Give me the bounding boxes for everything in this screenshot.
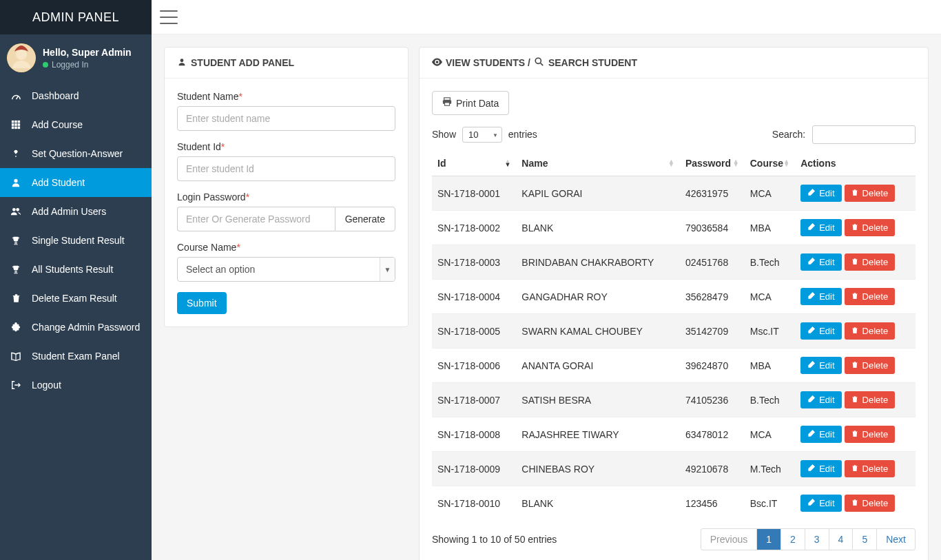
trash-icon bbox=[851, 464, 858, 474]
avatar bbox=[7, 43, 36, 72]
student-id-input[interactable] bbox=[177, 156, 395, 181]
page-2[interactable]: 2 bbox=[781, 529, 805, 550]
cell-id: SN-1718-0001 bbox=[432, 176, 516, 211]
edit-button[interactable]: Edit bbox=[800, 460, 841, 477]
pencil-icon bbox=[807, 395, 815, 405]
topbar bbox=[152, 0, 941, 34]
edit-button[interactable]: Edit bbox=[800, 253, 841, 271]
view-panel-header: VIEW STUDENTS / SEARCH STUDENT bbox=[420, 48, 928, 79]
svg-rect-4 bbox=[14, 121, 17, 123]
edit-button[interactable]: Edit bbox=[800, 185, 841, 202]
cell-name: KAPIL GORAI bbox=[516, 176, 680, 211]
page-5[interactable]: 5 bbox=[853, 529, 876, 550]
delete-button[interactable]: Delete bbox=[845, 357, 896, 374]
login-password-input[interactable] bbox=[177, 207, 335, 231]
delete-button[interactable]: Delete bbox=[845, 219, 896, 236]
sidebar-item-add-admin-users[interactable]: Add Admin Users bbox=[0, 197, 152, 226]
edit-button[interactable]: Edit bbox=[800, 495, 841, 512]
edit-button[interactable]: Edit bbox=[800, 426, 841, 443]
cell-password: 79036584 bbox=[680, 211, 745, 245]
edit-button[interactable]: Edit bbox=[800, 357, 841, 374]
delete-button[interactable]: Delete bbox=[845, 253, 896, 271]
users-icon bbox=[10, 207, 21, 216]
student-name-label: Student Name* bbox=[177, 91, 395, 102]
delete-button[interactable]: Delete bbox=[845, 495, 896, 512]
delete-button[interactable]: Delete bbox=[845, 460, 896, 477]
svg-rect-9 bbox=[12, 127, 14, 129]
student-name-input[interactable] bbox=[177, 106, 395, 131]
delete-button[interactable]: Delete bbox=[845, 426, 896, 443]
generate-button[interactable]: Generate bbox=[335, 207, 395, 231]
svg-rect-7 bbox=[14, 123, 17, 126]
page-1[interactable]: 1 bbox=[757, 529, 780, 550]
svg-rect-6 bbox=[12, 123, 14, 126]
cell-course: MCA bbox=[745, 417, 795, 452]
svg-point-13 bbox=[14, 179, 17, 183]
delete-button[interactable]: Delete bbox=[845, 391, 896, 408]
edit-button[interactable]: Edit bbox=[800, 322, 841, 340]
page-next[interactable]: Next bbox=[877, 529, 915, 550]
col-id[interactable]: Id▲▼ bbox=[432, 151, 516, 176]
cell-password: 63478012 bbox=[680, 417, 745, 452]
sidebar-item-dashboard[interactable]: Dashboard bbox=[0, 81, 152, 110]
show-label: Show bbox=[432, 129, 456, 140]
sidebar-item-logout[interactable]: Logout bbox=[0, 371, 152, 400]
sidebar-item-label: Logout bbox=[32, 380, 61, 391]
trash-icon bbox=[851, 395, 858, 405]
user-block: Hello, Super Admin Logged In bbox=[0, 34, 152, 81]
page-4[interactable]: 4 bbox=[829, 529, 853, 550]
cell-id: SN-1718-0007 bbox=[432, 383, 516, 417]
search-input[interactable] bbox=[812, 125, 916, 144]
edit-button[interactable]: Edit bbox=[800, 391, 841, 408]
cell-id: SN-1718-0008 bbox=[432, 417, 516, 452]
sidebar-item-change-admin-password[interactable]: Change Admin Password bbox=[0, 313, 152, 342]
submit-button[interactable]: Submit bbox=[177, 292, 227, 314]
delete-button[interactable]: Delete bbox=[845, 322, 896, 340]
col-course[interactable]: Course▲▼ bbox=[745, 151, 795, 176]
sidebar-item-label: Add Admin Users bbox=[32, 206, 106, 217]
edit-button[interactable]: Edit bbox=[800, 219, 841, 236]
page-3[interactable]: 3 bbox=[805, 529, 829, 550]
user-greeting: Hello, Super Admin bbox=[43, 47, 132, 58]
entries-select[interactable]: 10 bbox=[462, 127, 502, 143]
sidebar-item-student-exam-panel[interactable]: Student Exam Panel bbox=[0, 342, 152, 371]
trash-icon bbox=[851, 498, 858, 508]
delete-button[interactable]: Delete bbox=[845, 185, 896, 202]
sidebar-item-label: Change Admin Password bbox=[32, 322, 140, 333]
sidebar-item-delete-exam-result[interactable]: Delete Exam Result bbox=[0, 284, 152, 313]
sidebar-item-add-student[interactable]: Add Student bbox=[0, 168, 152, 197]
sidebar-item-add-course[interactable]: Add Course bbox=[0, 110, 152, 139]
book-icon bbox=[10, 352, 21, 361]
print-label: Print Data bbox=[456, 98, 499, 109]
trophy-icon bbox=[10, 236, 21, 245]
table-row: SN-1718-0003BRINDABAN CHAKRABORTY0245176… bbox=[432, 245, 916, 280]
pencil-icon bbox=[807, 222, 815, 233]
nav-list: DashboardAdd CourseSet Question-AnswerAd… bbox=[0, 81, 152, 400]
pencil-icon bbox=[807, 429, 815, 439]
entries-label: entries bbox=[508, 129, 537, 140]
trophy-icon bbox=[10, 265, 21, 274]
col-password[interactable]: Password▲▼ bbox=[680, 151, 745, 176]
svg-rect-11 bbox=[18, 127, 21, 129]
svg-point-17 bbox=[180, 59, 184, 62]
cell-password: 123456 bbox=[680, 486, 745, 521]
page-prev[interactable]: Previous bbox=[701, 529, 756, 550]
cell-id: SN-1718-0002 bbox=[432, 211, 516, 245]
sidebar-item-single-student-result[interactable]: Single Student Result bbox=[0, 226, 152, 255]
print-button[interactable]: Print Data bbox=[432, 91, 509, 115]
course-select[interactable]: Select an option bbox=[177, 257, 395, 282]
svg-rect-23 bbox=[445, 103, 450, 105]
svg-point-19 bbox=[536, 58, 541, 63]
svg-line-2 bbox=[16, 96, 18, 99]
trash-icon bbox=[851, 291, 858, 302]
trash-icon bbox=[851, 326, 858, 336]
edit-button[interactable]: Edit bbox=[800, 288, 841, 305]
svg-line-20 bbox=[541, 63, 544, 66]
sidebar-item-all-students-result[interactable]: All Students Result bbox=[0, 255, 152, 284]
sidebar-item-set-question-answer[interactable]: Set Question-Answer bbox=[0, 139, 152, 168]
delete-button[interactable]: Delete bbox=[845, 288, 896, 305]
col-actions: Actions bbox=[795, 151, 916, 176]
col-name[interactable]: Name▲▼ bbox=[516, 151, 680, 176]
entries-control: Show 10 entries bbox=[432, 127, 537, 143]
menu-toggle-icon[interactable] bbox=[160, 10, 178, 24]
